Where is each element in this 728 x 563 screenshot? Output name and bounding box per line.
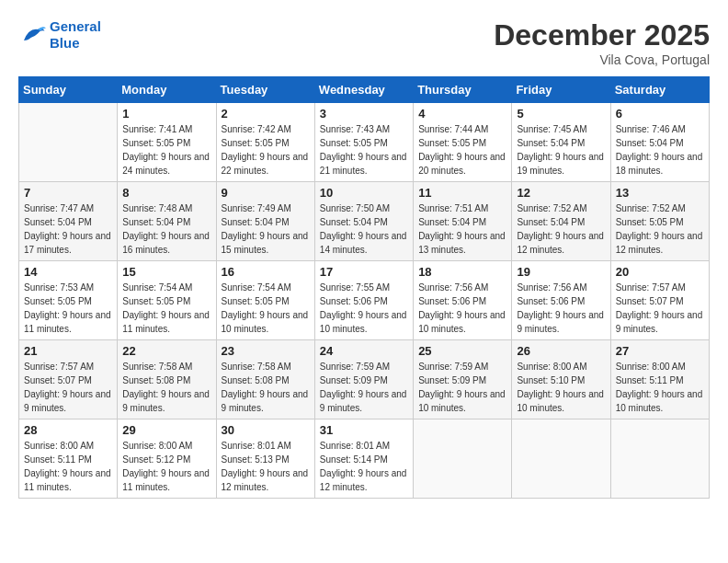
day-number: 21 <box>24 344 112 358</box>
day-number: 13 <box>616 186 704 200</box>
day-info: Sunrise: 7:57 AMSunset: 5:07 PMDaylight:… <box>24 360 112 415</box>
day-info: Sunrise: 7:57 AMSunset: 5:07 PMDaylight:… <box>616 281 704 336</box>
location: Vila Cova, Portugal <box>494 52 710 67</box>
calendar-cell: 5Sunrise: 7:45 AMSunset: 5:04 PMDaylight… <box>512 103 610 182</box>
day-number: 26 <box>517 344 605 358</box>
calendar-cell: 18Sunrise: 7:56 AMSunset: 5:06 PMDayligh… <box>414 261 512 340</box>
day-info: Sunrise: 7:56 AMSunset: 5:06 PMDaylight:… <box>517 281 605 336</box>
day-info: Sunrise: 7:58 AMSunset: 5:08 PMDaylight:… <box>122 360 210 415</box>
day-number: 10 <box>320 186 408 200</box>
calendar-cell: 25Sunrise: 7:59 AMSunset: 5:09 PMDayligh… <box>414 340 512 419</box>
day-number: 11 <box>418 186 506 200</box>
day-info: Sunrise: 7:52 AMSunset: 5:05 PMDaylight:… <box>616 201 704 257</box>
day-number: 12 <box>517 186 605 200</box>
day-number: 9 <box>222 186 310 200</box>
day-info: Sunrise: 7:49 AMSunset: 5:04 PMDaylight:… <box>222 201 310 257</box>
day-info: Sunrise: 7:41 AMSunset: 5:05 PMDaylight:… <box>122 122 210 178</box>
calendar-cell: 2Sunrise: 7:42 AMSunset: 5:05 PMDaylight… <box>216 103 314 182</box>
calendar-cell: 13Sunrise: 7:52 AMSunset: 5:05 PMDayligh… <box>610 182 709 261</box>
day-number: 28 <box>24 423 112 437</box>
calendar-cell: 19Sunrise: 7:56 AMSunset: 5:06 PMDayligh… <box>512 261 610 340</box>
calendar-cell: 7Sunrise: 7:47 AMSunset: 5:04 PMDaylight… <box>19 182 118 261</box>
logo-text: General Blue <box>50 18 101 52</box>
day-number: 30 <box>222 423 310 437</box>
day-info: Sunrise: 7:52 AMSunset: 5:04 PMDaylight:… <box>517 201 605 257</box>
day-number: 2 <box>222 107 310 121</box>
day-info: Sunrise: 7:55 AMSunset: 5:06 PMDaylight:… <box>320 281 408 336</box>
column-header-tuesday: Tuesday <box>216 77 314 103</box>
title-block: December 2025 Vila Cova, Portugal <box>494 18 710 67</box>
day-info: Sunrise: 7:50 AMSunset: 5:04 PMDaylight:… <box>320 201 408 257</box>
logo: General Blue <box>18 18 101 52</box>
calendar-cell: 6Sunrise: 7:46 AMSunset: 5:04 PMDaylight… <box>610 103 709 182</box>
day-number: 29 <box>122 423 210 437</box>
day-number: 16 <box>222 265 310 279</box>
calendar-cell: 3Sunrise: 7:43 AMSunset: 5:05 PMDaylight… <box>314 103 413 182</box>
day-number: 4 <box>418 107 506 121</box>
day-info: Sunrise: 7:56 AMSunset: 5:06 PMDaylight:… <box>418 281 506 336</box>
day-info: Sunrise: 7:51 AMSunset: 5:04 PMDaylight:… <box>418 201 506 257</box>
calendar-cell: 29Sunrise: 8:00 AMSunset: 5:12 PMDayligh… <box>118 419 216 499</box>
day-number: 5 <box>517 107 605 121</box>
day-number: 17 <box>320 265 408 279</box>
day-number: 22 <box>122 344 210 358</box>
calendar-week-row: 7Sunrise: 7:47 AMSunset: 5:04 PMDaylight… <box>19 182 710 261</box>
day-info: Sunrise: 7:54 AMSunset: 5:05 PMDaylight:… <box>122 281 210 336</box>
calendar-cell: 14Sunrise: 7:53 AMSunset: 5:05 PMDayligh… <box>19 261 118 340</box>
calendar-cell: 31Sunrise: 8:01 AMSunset: 5:14 PMDayligh… <box>314 419 413 499</box>
day-info: Sunrise: 7:48 AMSunset: 5:04 PMDaylight:… <box>122 201 210 257</box>
calendar-cell: 11Sunrise: 7:51 AMSunset: 5:04 PMDayligh… <box>414 182 512 261</box>
month-title: December 2025 <box>494 18 710 52</box>
calendar-cell: 9Sunrise: 7:49 AMSunset: 5:04 PMDaylight… <box>216 182 314 261</box>
calendar-week-row: 28Sunrise: 8:00 AMSunset: 5:11 PMDayligh… <box>19 419 710 499</box>
day-info: Sunrise: 7:46 AMSunset: 5:04 PMDaylight:… <box>616 122 704 178</box>
column-header-sunday: Sunday <box>19 77 118 103</box>
day-number: 23 <box>222 344 310 358</box>
day-info: Sunrise: 8:00 AMSunset: 5:10 PMDaylight:… <box>517 360 605 415</box>
day-info: Sunrise: 7:59 AMSunset: 5:09 PMDaylight:… <box>418 360 506 415</box>
calendar-cell: 15Sunrise: 7:54 AMSunset: 5:05 PMDayligh… <box>118 261 216 340</box>
calendar-cell: 8Sunrise: 7:48 AMSunset: 5:04 PMDaylight… <box>118 182 216 261</box>
day-number: 18 <box>418 265 506 279</box>
day-number: 8 <box>122 186 210 200</box>
day-info: Sunrise: 7:47 AMSunset: 5:04 PMDaylight:… <box>24 201 112 257</box>
day-info: Sunrise: 8:00 AMSunset: 5:12 PMDaylight:… <box>122 439 210 494</box>
day-info: Sunrise: 7:53 AMSunset: 5:05 PMDaylight:… <box>24 281 112 336</box>
column-header-thursday: Thursday <box>414 77 512 103</box>
day-info: Sunrise: 7:45 AMSunset: 5:04 PMDaylight:… <box>517 122 605 178</box>
calendar-cell: 23Sunrise: 7:58 AMSunset: 5:08 PMDayligh… <box>216 340 314 419</box>
logo-icon <box>18 21 46 49</box>
day-number: 1 <box>122 107 210 121</box>
calendar-cell <box>414 419 512 499</box>
calendar-cell: 12Sunrise: 7:52 AMSunset: 5:04 PMDayligh… <box>512 182 610 261</box>
day-number: 19 <box>517 265 605 279</box>
calendar-cell <box>610 419 709 499</box>
day-number: 20 <box>616 265 704 279</box>
calendar-cell <box>512 419 610 499</box>
day-info: Sunrise: 8:00 AMSunset: 5:11 PMDaylight:… <box>616 360 704 415</box>
column-header-wednesday: Wednesday <box>314 77 413 103</box>
calendar-week-row: 1Sunrise: 7:41 AMSunset: 5:05 PMDaylight… <box>19 103 710 182</box>
page-header: General Blue December 2025 Vila Cova, Po… <box>18 18 710 67</box>
calendar-header-row: SundayMondayTuesdayWednesdayThursdayFrid… <box>19 77 710 103</box>
day-number: 31 <box>320 423 408 437</box>
calendar-cell: 20Sunrise: 7:57 AMSunset: 5:07 PMDayligh… <box>610 261 709 340</box>
calendar-cell: 4Sunrise: 7:44 AMSunset: 5:05 PMDaylight… <box>414 103 512 182</box>
calendar-week-row: 14Sunrise: 7:53 AMSunset: 5:05 PMDayligh… <box>19 261 710 340</box>
day-info: Sunrise: 7:44 AMSunset: 5:05 PMDaylight:… <box>418 122 506 178</box>
day-info: Sunrise: 7:54 AMSunset: 5:05 PMDaylight:… <box>222 281 310 336</box>
calendar-cell: 1Sunrise: 7:41 AMSunset: 5:05 PMDaylight… <box>118 103 216 182</box>
day-number: 25 <box>418 344 506 358</box>
calendar-cell: 22Sunrise: 7:58 AMSunset: 5:08 PMDayligh… <box>118 340 216 419</box>
day-number: 6 <box>616 107 704 121</box>
calendar-cell: 10Sunrise: 7:50 AMSunset: 5:04 PMDayligh… <box>314 182 413 261</box>
day-number: 7 <box>24 186 112 200</box>
day-info: Sunrise: 8:01 AMSunset: 5:14 PMDaylight:… <box>320 439 408 494</box>
day-info: Sunrise: 8:00 AMSunset: 5:11 PMDaylight:… <box>24 439 112 494</box>
day-number: 24 <box>320 344 408 358</box>
day-number: 15 <box>122 265 210 279</box>
calendar-cell: 26Sunrise: 8:00 AMSunset: 5:10 PMDayligh… <box>512 340 610 419</box>
calendar-table: SundayMondayTuesdayWednesdayThursdayFrid… <box>18 76 710 499</box>
calendar-cell: 17Sunrise: 7:55 AMSunset: 5:06 PMDayligh… <box>314 261 413 340</box>
calendar-cell: 16Sunrise: 7:54 AMSunset: 5:05 PMDayligh… <box>216 261 314 340</box>
